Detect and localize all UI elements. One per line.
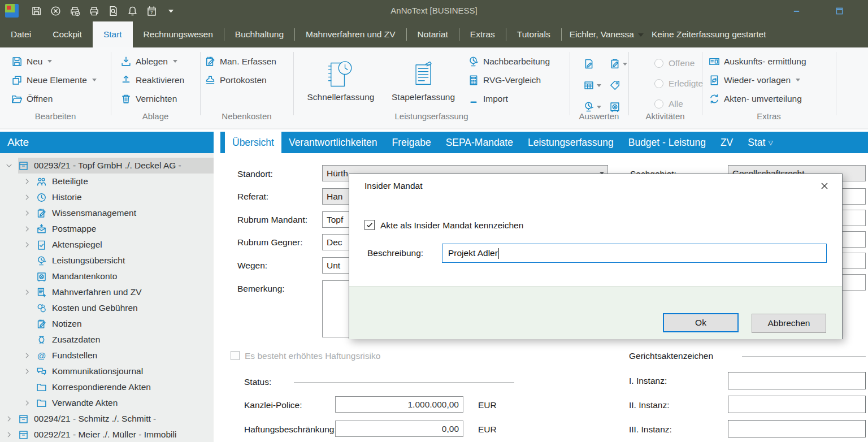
time-report-button[interactable] <box>583 96 609 118</box>
tree-item-beteiligte[interactable]: Beteiligte <box>0 174 214 189</box>
radio-alle[interactable]: Alle <box>654 94 703 114</box>
minimize-button[interactable] <box>789 5 804 17</box>
haftungsbeschraenkung-input[interactable]: 0,00 <box>335 421 463 437</box>
portokosten-button[interactable]: Portokosten <box>205 71 276 89</box>
reaktivieren-button[interactable]: Reaktivieren <box>120 71 184 89</box>
tree-item-mandantenkonto[interactable]: Mandantenkonto <box>0 268 214 284</box>
printer-check-icon[interactable] <box>70 6 80 16</box>
radio-offene[interactable]: Offene <box>654 53 703 73</box>
tree-item-wissensmanagement[interactable]: Wissensmanagement <box>0 205 214 221</box>
tree-item-korrespondierende-akten[interactable]: Korrespondierende Akten <box>0 379 214 395</box>
kanzlei-police-input[interactable]: 1.000.000,00 <box>335 396 463 413</box>
expand-icon[interactable] <box>23 177 31 185</box>
expand-icon[interactable] <box>23 209 31 217</box>
öffnen-button[interactable]: Öffnen <box>11 89 97 108</box>
expand-icon[interactable] <box>23 399 31 407</box>
expand-icon[interactable] <box>23 225 31 233</box>
radio-erledigte[interactable]: Erledigte <box>654 73 703 94</box>
vernichten-button[interactable]: Vernichten <box>120 89 184 108</box>
menu-tab-cockpit[interactable]: Cockpit <box>42 21 93 47</box>
printer-icon[interactable] <box>89 6 99 16</box>
tag-button[interactable] <box>609 75 635 96</box>
haftungsrisiko-checkbox[interactable] <box>231 351 240 360</box>
tree-item-historie[interactable]: Historie <box>0 189 214 205</box>
tree-item-00294-21-schmitz-schmitt[interactable]: 00294/21 - Schmitz ./. Schmitt - <box>0 411 214 427</box>
menu-bar: DateiCockpitStartRechnungswesenBuchhaltu… <box>0 21 868 47</box>
expand-icon[interactable] <box>23 367 31 375</box>
instanz3-input[interactable] <box>728 420 866 437</box>
ablegen-button[interactable]: Ablegen <box>120 52 184 71</box>
cancel-button[interactable]: Abbrechen <box>752 314 826 333</box>
menu-tab-tutorials[interactable]: Tutorials <box>506 21 561 47</box>
circle-x-icon[interactable] <box>50 6 61 16</box>
nachbearbeitung-button[interactable]: Nachbearbeitung <box>468 52 550 71</box>
document-report-button[interactable] <box>583 53 609 75</box>
tree-item-leistungsübersicht[interactable]: Leistungsübersicht <box>0 253 214 268</box>
tree-item-postmappe[interactable]: Postmappe <box>0 221 214 237</box>
button-label: Vernichten <box>136 94 177 104</box>
stapelerfassung-button[interactable]: Stapelerfassung <box>382 50 465 102</box>
tree-item-kosten-und-gebühren[interactable]: Kosten und Gebühren <box>0 300 214 316</box>
menu-tab-datei[interactable]: Datei <box>0 21 42 47</box>
tab-sepa-mandate[interactable]: SEPA-Mandate <box>439 132 520 153</box>
tab-freigabe[interactable]: Freigabe <box>385 132 439 153</box>
close-icon[interactable] <box>818 180 831 192</box>
instanz2-input[interactable] <box>728 396 866 413</box>
rvg-vergleich-button[interactable]: RVG-Vergleich <box>468 71 550 89</box>
tree-item-notizen[interactable]: Notizen <box>0 316 214 332</box>
doc-search-icon[interactable] <box>108 6 119 16</box>
menu-tab-extras[interactable]: Extras <box>459 21 506 47</box>
haftungsbeschraenkung-label: Haftungsbeschränkung: <box>244 424 337 435</box>
floppy-icon[interactable] <box>31 6 42 16</box>
tree-item-kommunikationsjournal[interactable]: Kommunikationsjournal <box>0 363 214 379</box>
folder-icon <box>36 382 47 393</box>
clipboard-report-button[interactable] <box>609 53 635 75</box>
man-erfassen-button[interactable]: Man. Erfassen <box>205 52 276 71</box>
tab-label: Budget - Leistung <box>628 132 706 153</box>
menu-tab-buchhaltung[interactable]: Buchhaltung <box>224 21 294 47</box>
import-button[interactable]: Import <box>468 89 550 108</box>
expand-icon[interactable] <box>23 352 31 359</box>
bell-icon[interactable] <box>127 6 138 16</box>
menu-tab-start[interactable]: Start <box>93 21 133 47</box>
neue-elemente-button[interactable]: Neue Elemente <box>11 71 97 89</box>
caret-down-icon[interactable] <box>166 6 176 16</box>
tree-item-00293-21-topf-gmbh-deckel-ag[interactable]: 00293/21 - Topf GmbH ./. Deckel AG - <box>0 158 214 174</box>
schnellerfassung-button[interactable]: Schnellerfassung <box>300 50 382 102</box>
instanz1-input[interactable] <box>728 372 866 389</box>
calendar7-icon[interactable]: 7 <box>146 6 157 16</box>
tree-item-fundstellen[interactable]: @Fundstellen <box>0 348 214 363</box>
tree-item-zusatzdaten[interactable]: Zusatzdaten <box>0 332 214 348</box>
neu-button[interactable]: Neu <box>11 52 97 71</box>
collapse-icon[interactable] <box>5 162 13 170</box>
tab-leistungserfassung[interactable]: Leistungserfassung <box>520 132 621 153</box>
maximize-button[interactable] <box>832 5 847 17</box>
insider-mandat-checkbox[interactable] <box>364 220 375 230</box>
expand-icon[interactable] <box>5 415 13 423</box>
expand-icon[interactable] <box>23 288 31 296</box>
tree-item-verwandte-akten[interactable]: Verwandte Akten <box>0 395 214 411</box>
akten-umverteilung-button[interactable]: Akten- umverteilung <box>709 89 806 108</box>
ribbon-separator <box>200 52 201 115</box>
tree-item-00292-21-meier-müller-immobili[interactable]: 00292/21 - Meier ./. Müller - Immobili <box>0 427 214 442</box>
tab-stat[interactable]: Stat▽ <box>740 132 780 153</box>
table-report-button[interactable] <box>583 75 609 96</box>
menu-tab-notariat[interactable]: Notariat <box>407 21 459 47</box>
tree-item-aktenspiegel[interactable]: Aktenspiegel <box>0 237 214 253</box>
radio-icon <box>654 59 663 68</box>
tab-verantwortlichkeiten[interactable]: Verantwortlichkeiten <box>281 132 385 153</box>
beschreibung-input[interactable]: Projekt Adler <box>442 244 827 263</box>
expand-icon[interactable] <box>5 431 13 439</box>
user-menu[interactable]: Eichler, Vanessa <box>562 21 649 47</box>
wieder-vorlagen-button[interactable]: Wieder- vorlagen <box>709 71 806 89</box>
tree-item-mahnverfahren-und-zv[interactable]: Mahnverfahren und ZV <box>0 284 214 300</box>
tab-übersicht[interactable]: Übersicht <box>225 132 281 153</box>
menu-tab-rechnungswesen[interactable]: Rechnungswesen <box>133 21 224 47</box>
menu-tab-mahnverfahren-und-zv[interactable]: Mahnverfahren und ZV <box>295 21 406 47</box>
ok-button[interactable]: Ok <box>663 313 739 332</box>
expand-icon[interactable] <box>23 241 31 249</box>
auskunfts-ermittlung-button[interactable]: Auskunfts- ermittlung <box>709 52 806 71</box>
expand-icon[interactable] <box>23 193 31 201</box>
tab-zv[interactable]: ZV <box>713 132 740 153</box>
tab-budget-leistung[interactable]: Budget - Leistung <box>621 132 713 153</box>
